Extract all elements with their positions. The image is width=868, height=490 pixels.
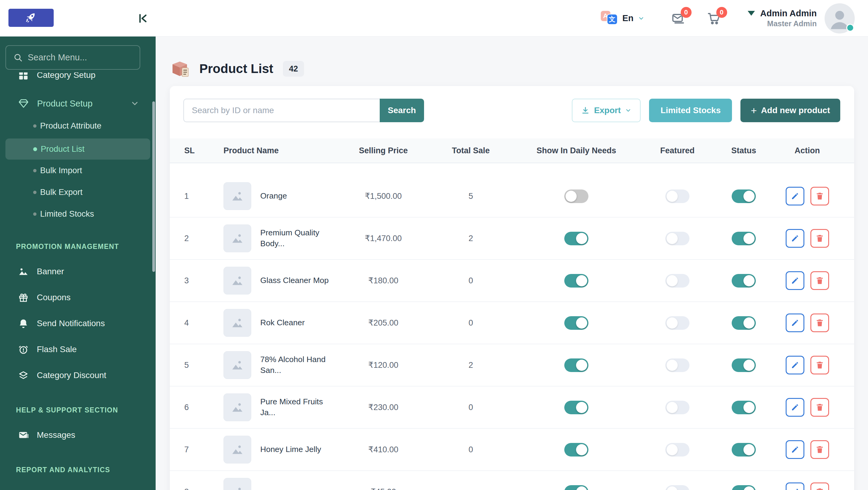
status-toggle[interactable]: [732, 274, 756, 287]
sidebar-item-label: Category Discount: [37, 370, 106, 380]
messages-count-badge: 0: [681, 7, 691, 18]
featured-toggle[interactable]: [665, 189, 689, 203]
sidebar-item-banner[interactable]: Banner: [0, 258, 156, 284]
messages-icon-button[interactable]: 0: [671, 11, 685, 26]
featured-toggle[interactable]: [665, 274, 689, 287]
status-toggle[interactable]: [732, 316, 756, 330]
daily-needs-toggle[interactable]: [564, 443, 588, 457]
product-thumbnail: [223, 267, 251, 295]
delete-button[interactable]: [810, 356, 829, 374]
status-toggle[interactable]: [732, 232, 756, 245]
featured-cell: [640, 274, 715, 287]
daily-needs-cell: [513, 485, 640, 490]
delete-button[interactable]: [810, 398, 829, 417]
edit-button[interactable]: [786, 271, 804, 290]
daily-needs-toggle[interactable]: [564, 274, 588, 287]
chevron-down-icon: [625, 107, 631, 114]
featured-toggle[interactable]: [665, 232, 689, 245]
sidebar-item-category-setup[interactable]: Category Setup: [0, 72, 156, 86]
edit-button[interactable]: [786, 229, 804, 248]
table-row: 3Glass Cleaner Mop₹180.000: [170, 260, 854, 302]
product-search-input[interactable]: [183, 99, 380, 122]
daily-needs-toggle[interactable]: [564, 359, 588, 372]
featured-toggle[interactable]: [665, 359, 689, 372]
language-selector[interactable]: A文 En: [601, 10, 645, 27]
edit-button[interactable]: [786, 483, 804, 490]
app-logo[interactable]: [8, 9, 54, 27]
sidebar-item-product-attribute[interactable]: Product Attribute: [0, 115, 156, 137]
edit-button[interactable]: [786, 187, 804, 206]
status-cell: [715, 274, 772, 287]
product-thumbnail: [223, 224, 251, 252]
product-cell: Orange: [223, 182, 338, 210]
sidebar-item-product-list[interactable]: Product List: [5, 139, 150, 160]
sl-cell: 3: [184, 276, 223, 285]
featured-toggle[interactable]: [665, 316, 689, 330]
sidebar-group-product-setup[interactable]: Product Setup: [0, 92, 156, 115]
delete-button[interactable]: [810, 313, 829, 332]
table-row: 8₹45.00: [170, 471, 854, 490]
add-product-button[interactable]: + Add new product: [740, 99, 840, 122]
sidebar-scrollbar[interactable]: [152, 101, 155, 272]
featured-toggle[interactable]: [665, 443, 689, 457]
edit-button[interactable]: [786, 440, 804, 459]
avatar[interactable]: [825, 3, 855, 33]
edit-button[interactable]: [786, 356, 804, 374]
online-status-dot: [846, 24, 854, 32]
pencil-icon: [790, 234, 800, 243]
rocket-icon: [24, 10, 38, 25]
sidebar-item-label: Category Setup: [37, 72, 96, 80]
pencil-icon: [790, 276, 800, 285]
cart-icon-button[interactable]: 0: [707, 11, 721, 26]
product-thumbnail: [223, 393, 251, 421]
sidebar-search[interactable]: [5, 45, 140, 70]
status-toggle[interactable]: [732, 359, 756, 372]
section-heading-promotion: PROMOTION MANAGEMENT: [0, 243, 156, 251]
delete-button[interactable]: [810, 271, 829, 290]
daily-needs-toggle[interactable]: [564, 401, 588, 414]
daily-needs-toggle[interactable]: [564, 316, 588, 330]
sidebar-item-flash-sale[interactable]: Flash Sale: [0, 336, 156, 362]
page-title: Product List: [199, 62, 273, 76]
delete-button[interactable]: [810, 229, 829, 248]
featured-cell: [640, 485, 715, 490]
sidebar-item-bulk-import[interactable]: Bulk Import: [0, 160, 156, 181]
search-button[interactable]: Search: [380, 99, 424, 122]
daily-needs-toggle[interactable]: [564, 189, 588, 203]
featured-toggle[interactable]: [665, 401, 689, 414]
sidebar-item-limited-stocks[interactable]: Limited Stocks: [0, 203, 156, 225]
edit-button[interactable]: [786, 313, 804, 332]
bullet-icon: [33, 191, 36, 194]
table-toolbar: Search Export Limited Stocks + Add new p…: [183, 99, 840, 122]
sidebar-search-input[interactable]: [28, 53, 142, 62]
product-thumbnail: [223, 478, 251, 490]
delete-button[interactable]: [810, 187, 829, 206]
status-toggle[interactable]: [732, 401, 756, 414]
sidebar-item-category-discount[interactable]: Category Discount: [0, 362, 156, 388]
sidebar-item-send-notifications[interactable]: Send Notifications: [0, 310, 156, 336]
export-button[interactable]: Export: [572, 99, 641, 122]
product-name: Honey Lime Jelly: [260, 444, 321, 455]
daily-needs-toggle[interactable]: [564, 232, 588, 245]
delete-button[interactable]: [810, 483, 829, 490]
table-row: 578% Alcohol Hand San...₹120.002: [170, 344, 854, 387]
status-toggle[interactable]: [732, 189, 756, 203]
daily-needs-toggle[interactable]: [564, 485, 588, 490]
sidebar-collapse-icon[interactable]: [136, 12, 149, 25]
user-menu[interactable]: Admin Admin Master Admin: [748, 8, 817, 29]
status-toggle[interactable]: [732, 443, 756, 457]
total-sale-cell: 0: [429, 276, 513, 285]
sidebar-item-messages[interactable]: Messages: [0, 422, 156, 448]
featured-toggle[interactable]: [665, 485, 689, 490]
col-sl: SL: [184, 146, 223, 155]
sidebar-item-label: Product Attribute: [40, 121, 101, 131]
edit-button[interactable]: [786, 398, 804, 417]
status-toggle[interactable]: [732, 485, 756, 490]
limited-stocks-button[interactable]: Limited Stocks: [649, 99, 732, 122]
section-heading-report: REPORT AND ANALYTICS: [0, 466, 156, 474]
sidebar-item-bulk-export[interactable]: Bulk Export: [0, 181, 156, 203]
delete-button[interactable]: [810, 440, 829, 459]
col-daily-needs: Show In Daily Needs: [513, 146, 640, 155]
col-featured: Featured: [640, 146, 715, 155]
sidebar-item-coupons[interactable]: Coupons: [0, 284, 156, 310]
